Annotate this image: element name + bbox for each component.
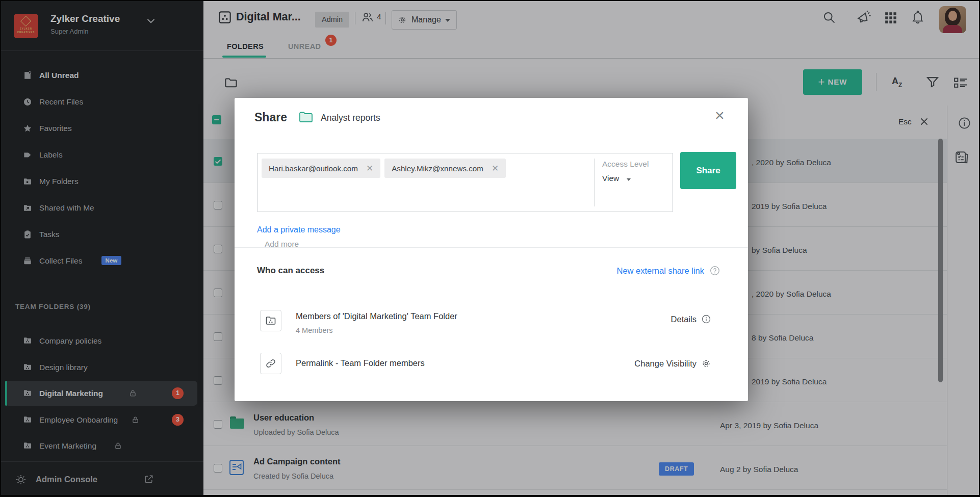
recipient-chip: Hari.baskar@outlook.com ✕ bbox=[262, 159, 380, 178]
who-can-access-heading: Who can access bbox=[257, 266, 324, 276]
access-level-value: View bbox=[602, 174, 619, 182]
add-private-message-link[interactable]: Add a private message bbox=[257, 225, 341, 234]
dialog-divider bbox=[235, 247, 748, 248]
app-window: ZYLKER CREATIVES Zylker Creative Super A… bbox=[0, 0, 980, 497]
recipient-email: Ashley.Mikz@xnnews.com bbox=[392, 164, 483, 173]
change-visibility-action[interactable]: Change Visibility bbox=[634, 358, 711, 369]
folder-icon bbox=[299, 111, 313, 123]
external-share-link-row: New external share link bbox=[617, 265, 721, 276]
access-divider bbox=[594, 159, 595, 206]
change-visibility-label: Change Visibility bbox=[634, 359, 697, 369]
caret-down-icon bbox=[627, 178, 631, 181]
add-more-input[interactable] bbox=[264, 239, 419, 249]
access-level-select[interactable]: View bbox=[602, 174, 631, 183]
info-icon bbox=[701, 314, 711, 324]
details-label: Details bbox=[671, 315, 697, 324]
share-dialog: Share Analyst reports × Hari.baskar@outl… bbox=[235, 98, 748, 401]
recipient-chips: Hari.baskar@outlook.com ✕ Ashley.Mikz@xn… bbox=[262, 159, 506, 178]
recipient-chip: Ashley.Mikz@xnnews.com ✕ bbox=[384, 159, 506, 178]
remove-recipient-icon[interactable]: ✕ bbox=[366, 163, 373, 174]
esc-label: Esc bbox=[898, 117, 912, 126]
members-row-title: Members of 'Digital Marketing' Team Fold… bbox=[296, 311, 457, 321]
members-row-subtitle: 4 Members bbox=[296, 326, 333, 334]
team-folder-members-icon bbox=[260, 310, 281, 331]
recipient-email: Hari.baskar@outlook.com bbox=[269, 164, 358, 173]
shared-folder-name: Analyst reports bbox=[321, 113, 380, 123]
dialog-title: Share bbox=[254, 111, 287, 124]
permalink-icon bbox=[260, 353, 281, 374]
details-action[interactable]: Details bbox=[671, 314, 711, 324]
dialog-close-icon[interactable]: × bbox=[715, 106, 725, 124]
esc-hint: Esc bbox=[898, 116, 930, 127]
remove-recipient-icon[interactable]: ✕ bbox=[492, 163, 499, 174]
share-button[interactable]: Share bbox=[680, 152, 736, 189]
gear-icon bbox=[701, 358, 711, 369]
permalink-row-title: Permalink - Team Folder members bbox=[296, 358, 425, 368]
access-level-label: Access Level bbox=[602, 160, 649, 169]
recipients-input-box[interactable]: Hari.baskar@outlook.com ✕ Ashley.Mikz@xn… bbox=[257, 153, 673, 212]
help-icon[interactable] bbox=[709, 265, 720, 276]
new-external-share-link[interactable]: New external share link bbox=[617, 266, 705, 276]
close-icon[interactable] bbox=[919, 116, 930, 127]
